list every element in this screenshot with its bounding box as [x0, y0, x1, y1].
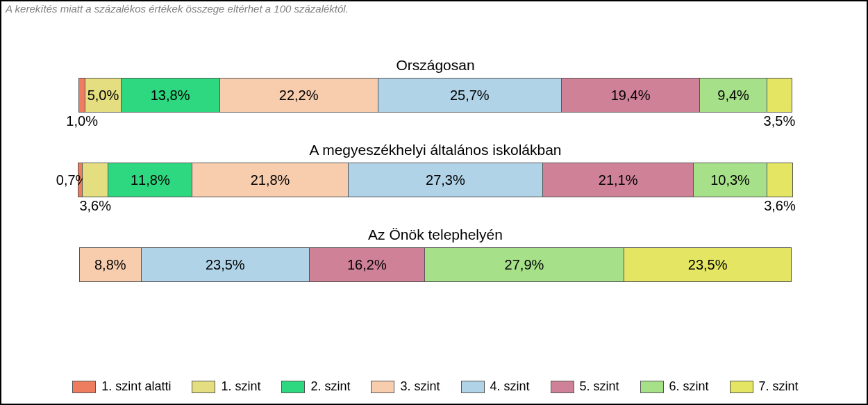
legend-item: 7. szint — [730, 379, 799, 394]
legend-swatch — [730, 381, 753, 393]
legend-label: 1. szint alatti — [101, 379, 171, 394]
chart-segment-label: 1,0% — [66, 113, 98, 129]
chart-bar: 1,0%5,0%13,8%22,2%25,7%19,4%9,4%3,5% — [78, 78, 792, 113]
legend-label: 1. szint — [221, 379, 260, 394]
chart-segment-label: 27,9% — [505, 257, 544, 273]
chart-segment-label: 11,8% — [131, 172, 170, 188]
legend-swatch — [461, 381, 485, 393]
chart-segment: 8,8% — [79, 247, 142, 282]
legend-item: 3. szint — [371, 379, 440, 394]
chart-segment-label: 5,0% — [87, 88, 119, 104]
chart-segment: 3,6% — [83, 163, 108, 197]
chart-plot-area: Országosan1,0%5,0%13,8%22,2%25,7%19,4%9,… — [1, 57, 868, 311]
chart-group: A megyeszékhelyi általános iskolákban0,7… — [1, 142, 868, 197]
chart-segment: 9,4% — [700, 78, 767, 113]
chart-segment-label: 23,5% — [206, 257, 245, 273]
legend-item: 6. szint — [640, 379, 709, 394]
chart-segment: 13,8% — [122, 78, 220, 113]
legend-label: 2. szint — [310, 379, 350, 394]
chart-segment: 23,5% — [142, 247, 310, 282]
chart-group-title: Az Önök telephelyén — [1, 226, 868, 243]
chart-segment-label: 21,1% — [599, 172, 638, 188]
chart-bar-wrap: 1,0%5,0%13,8%22,2%25,7%19,4%9,4%3,5% — [1, 78, 868, 113]
legend-label: 3. szint — [400, 379, 440, 394]
legend-item: 2. szint — [281, 379, 350, 394]
chart-legend: 1. szint alatti1. szint2. szint3. szint4… — [1, 379, 868, 394]
chart-segment-label: 19,4% — [611, 88, 651, 104]
chart-group-title: Országosan — [1, 57, 868, 74]
legend-swatch — [551, 381, 574, 393]
chart-segment: 0,7% — [78, 163, 83, 197]
chart-bar-wrap: 8,8%23,5%16,2%27,9%23,5% — [1, 247, 868, 282]
chart-segment: 21,1% — [543, 163, 694, 197]
chart-group: Az Önök telephelyén8,8%23,5%16,2%27,9%23… — [1, 226, 868, 282]
legend-swatch — [72, 381, 96, 393]
chart-segment-label: 21,8% — [251, 172, 290, 188]
legend-item: 4. szint — [461, 379, 530, 394]
chart-bar: 0,7%3,6%11,8%21,8%27,3%21,1%10,3%3,6% — [78, 163, 793, 197]
chart-segment-label: 27,3% — [426, 172, 465, 188]
legend-label: 7. szint — [759, 379, 799, 394]
chart-frame: A kerekítés miatt a százalékos értékek ö… — [0, 0, 868, 405]
chart-disclaimer: A kerekítés miatt a százalékos értékek ö… — [6, 3, 349, 15]
legend-swatch — [640, 381, 664, 393]
chart-segment-label: 16,2% — [347, 257, 387, 273]
legend-label: 4. szint — [490, 379, 530, 394]
chart-segment: 3,5% — [767, 78, 792, 113]
chart-segment-label: 10,3% — [710, 172, 750, 188]
chart-segment-label: 3,5% — [764, 113, 796, 129]
chart-bar: 8,8%23,5%16,2%27,9%23,5% — [79, 247, 792, 282]
chart-group-title: A megyeszékhelyi általános iskolákban — [1, 142, 868, 158]
chart-segment-label: 3,6% — [79, 198, 111, 214]
chart-segment: 11,8% — [108, 163, 192, 197]
legend-item: 5. szint — [551, 379, 619, 394]
chart-group: Országosan1,0%5,0%13,8%22,2%25,7%19,4%9,… — [1, 57, 868, 113]
chart-bar-wrap: 0,7%3,6%11,8%21,8%27,3%21,1%10,3%3,6% — [1, 163, 868, 197]
legend-swatch — [192, 381, 215, 393]
chart-segment: 3,6% — [767, 163, 793, 197]
chart-segment-label: 22,2% — [279, 88, 319, 104]
chart-segment: 16,2% — [310, 247, 426, 282]
chart-segment: 23,5% — [624, 247, 792, 282]
chart-segment-label: 23,5% — [688, 257, 728, 273]
chart-segment: 21,8% — [192, 163, 348, 197]
chart-segment-label: 13,8% — [151, 88, 190, 104]
chart-segment-label: 9,4% — [717, 88, 749, 104]
chart-segment-label: 3,6% — [764, 198, 796, 214]
chart-segment: 1,0% — [78, 78, 85, 113]
chart-segment: 10,3% — [694, 163, 767, 197]
chart-segment: 25,7% — [378, 78, 562, 113]
chart-segment: 5,0% — [85, 78, 121, 113]
chart-segment: 19,4% — [562, 78, 700, 113]
chart-segment-label: 25,7% — [450, 88, 490, 104]
legend-item: 1. szint — [192, 379, 260, 394]
chart-segment: 22,2% — [220, 78, 378, 113]
legend-swatch — [281, 381, 305, 393]
legend-label: 6. szint — [669, 379, 709, 394]
legend-label: 5. szint — [580, 379, 619, 394]
legend-swatch — [371, 381, 394, 393]
legend-item: 1. szint alatti — [72, 379, 171, 394]
chart-segment-label: 8,8% — [94, 257, 126, 273]
chart-segment: 27,3% — [349, 163, 544, 197]
chart-segment: 27,9% — [425, 247, 624, 282]
